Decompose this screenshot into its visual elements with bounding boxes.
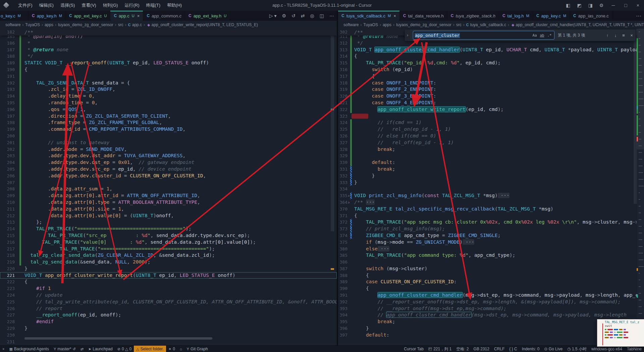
menu-终端(T)[interactable]: 终端(T) xyxy=(143,2,164,9)
tab-app_ext_key.h[interactable]: Capp_ext_key.hU xyxy=(185,11,230,21)
line-number: 186 xyxy=(0,40,15,47)
tab-tuya_sdk_callback.c[interactable]: Ctuya_sdk_callback.cM× xyxy=(338,11,400,21)
minimize-button[interactable]: ─ xyxy=(607,3,620,8)
more-actions-icon[interactable]: ⋯ xyxy=(327,13,337,18)
status-eol[interactable]: CRLF xyxy=(492,346,507,352)
close-tab-icon[interactable]: × xyxy=(137,13,140,18)
tab-app_ext_key.c[interactable]: Capp_ext_key.cU xyxy=(66,11,111,21)
scrollbar-horizontal-left[interactable] xyxy=(24,337,212,340)
minimap-line xyxy=(639,300,641,300)
toggle-sidebar-icon[interactable]: ◧ xyxy=(562,3,574,8)
tab-tuya_zigbee_stack.h[interactable]: Ctuya_zigbee_stack.h xyxy=(447,11,499,21)
more-tabs-icon[interactable]: ⋯ xyxy=(633,11,644,21)
breadcrumb-item[interactable]: software xyxy=(343,22,359,27)
tab-o_key.c[interactable]: o_key.cM xyxy=(0,11,29,21)
menu-编辑(E)[interactable]: 编辑(E) xyxy=(36,2,57,9)
code-line: 316 switch (ep_id) xyxy=(338,66,644,73)
tab-app.c[interactable]: Capp.cU× xyxy=(110,11,143,21)
breadcrumb-item[interactable]: tuyaos_demo_zg_door_sensor xyxy=(58,22,113,27)
menu-查看(V)[interactable]: 查看(V) xyxy=(78,2,99,9)
close-tab-icon[interactable]: × xyxy=(393,13,396,18)
toggle-replace-icon[interactable]: › xyxy=(405,30,410,41)
code-line: 196 .qos = QOS_1, xyxy=(0,106,337,113)
history-icon[interactable]: ↺ xyxy=(289,13,298,18)
split-editor-icon[interactable]: ◫ xyxy=(317,13,327,18)
tab-app_key.h[interactable]: Capp_key.hM xyxy=(29,11,66,21)
git-modified-mark xyxy=(350,192,352,199)
maximize-button[interactable]: □ xyxy=(620,3,632,8)
status-remote[interactable]: × xyxy=(0,346,7,352)
menu-选择(S)[interactable]: 选择(S) xyxy=(57,2,78,9)
find-in-selection-icon[interactable]: ≡ xyxy=(620,33,628,38)
scrollbar-vertical-left[interactable] xyxy=(331,30,334,231)
breadcrumb-item[interactable]: apps xyxy=(383,22,391,27)
settings-gear-icon[interactable]: ⚙ xyxy=(596,3,607,8)
menu-运行(R)[interactable]: 运行(R) xyxy=(121,2,143,9)
status-counter[interactable]: ✶0 xyxy=(166,346,177,352)
menu-帮助(H)[interactable]: 帮助(H) xyxy=(164,2,185,9)
previous-match-icon[interactable]: ↑ xyxy=(603,33,611,38)
tab-tal_data_receive.h[interactable]: Ctal_data_receive.h xyxy=(400,11,447,21)
status-encoding[interactable]: GB 2312 xyxy=(471,346,492,352)
fold-chevron-icon[interactable]: › xyxy=(347,192,350,199)
minimap-line xyxy=(639,78,642,79)
breadcrumb-left[interactable]: software›TuyaOS›apps›tuyaos_demo_zg_door… xyxy=(0,21,342,29)
fold-chevron-icon[interactable]: › xyxy=(347,199,350,206)
breadcrumb-item[interactable]: src xyxy=(118,22,123,27)
status-git-branch[interactable]: Ymaster*↺ xyxy=(51,346,78,352)
breadcrumb-item[interactable]: software xyxy=(5,22,20,27)
code-line: 371{ xyxy=(338,213,644,219)
editor-right[interactable]: 311 * @return none312 */313VOID_T app_on… xyxy=(338,29,644,345)
git-added-mark xyxy=(19,226,21,232)
breadcrumb-file[interactable]: Capp.c xyxy=(128,22,142,27)
search-input[interactable]: app_onoff_cluster Aaab.* xyxy=(413,31,554,40)
breadcrumb-right[interactable]: software›TuyaOS›apps›tuyaos_demo_zg_door… xyxy=(338,21,644,29)
editor-left[interactable]: 185 * @param[in] onoff)186 *187 * @retur… xyxy=(0,29,337,345)
minimap-line xyxy=(639,145,642,146)
next-match-icon[interactable]: ↓ xyxy=(611,33,620,38)
status-language-mode[interactable]: { } C xyxy=(507,346,519,352)
scrollbar-vertical-right[interactable] xyxy=(634,30,637,204)
line-number: 387 xyxy=(338,266,347,272)
breadcrumb-item[interactable]: TuyaOS xyxy=(363,22,378,27)
status-indentation[interactable]: 空格: 2 xyxy=(454,346,471,352)
tab-app_common.c[interactable]: Capp_common.c xyxy=(143,11,185,21)
status-go-live[interactable]: ⊙ Go Live xyxy=(542,346,565,352)
whole-word-icon[interactable]: ab xyxy=(539,32,545,38)
tab-app_ias_zone.c[interactable]: Capp_ias_zone.c xyxy=(570,11,612,21)
tab-tal_log.h[interactable]: Ctal_log.hM xyxy=(499,11,533,21)
breadcrumb-file[interactable]: Ctuya_sdk_callback.c xyxy=(466,22,506,27)
status-cursor-tab[interactable]: Cursor Tab xyxy=(401,346,426,352)
compare-icon[interactable]: ⇄ xyxy=(298,13,308,18)
menu-转到(G)[interactable]: 转到(G) xyxy=(100,2,121,9)
status-select-folder-warning[interactable]: △Select folder. xyxy=(134,346,166,352)
toggle-panel-icon[interactable]: ◩ xyxy=(574,3,585,8)
status-git-graph[interactable]: YGit Graph xyxy=(184,346,210,352)
status-home[interactable]: ⌂ xyxy=(177,346,184,352)
match-case-icon[interactable]: Aa xyxy=(531,32,538,38)
minimap[interactable] xyxy=(637,29,644,345)
status-background-agents[interactable]: ▦Background Agents xyxy=(7,346,51,352)
gear-icon[interactable]: ⚙ xyxy=(279,13,289,18)
status-launchpad[interactable]: ➤Launchpad xyxy=(86,346,115,352)
breadcrumb-item[interactable]: TuyaOS xyxy=(25,22,40,27)
breadcrumb-item[interactable]: tuyaos_demo_zg_door_sensor xyxy=(396,22,451,27)
status-compare[interactable]: ⇄ xyxy=(78,346,86,352)
close-find-icon[interactable]: × xyxy=(628,33,636,38)
breadcrumb-item[interactable]: src xyxy=(456,22,462,27)
breadcrumb-item[interactable]: apps xyxy=(45,22,53,27)
regex-icon[interactable]: .* xyxy=(546,32,553,38)
status-time-tracker[interactable]: ◷ 1.5 小时 xyxy=(565,346,589,352)
tab-app_key.c[interactable]: Capp_key.cM xyxy=(533,11,570,21)
menu-文件(F)[interactable]: 文件(F) xyxy=(15,2,36,9)
breadcrumb-symbol[interactable]: app_onoff_cluster_cmd_handler(UINT8_T, U… xyxy=(516,22,644,27)
status-indents[interactable]: Indents: 0 xyxy=(520,346,542,352)
run-button[interactable]: ▷ ▾ xyxy=(267,13,279,18)
close-button[interactable]: × xyxy=(632,3,644,8)
status-cursor-position[interactable]: 行 221，列 1 xyxy=(426,346,454,352)
preview-chip xyxy=(614,334,618,336)
status-problems[interactable]: ⊘0 △ 0 xyxy=(115,346,134,352)
target-icon[interactable]: ◎ xyxy=(308,13,317,18)
toggle-secondary-sidebar-icon[interactable]: ◨ xyxy=(585,3,596,8)
breadcrumb-symbol[interactable]: app_onoff_cluster_write_report(UINT8_T, … xyxy=(152,22,258,27)
